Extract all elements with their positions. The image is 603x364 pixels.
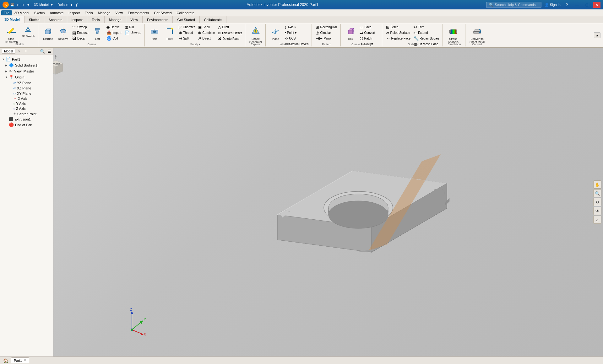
- stress-analysis-btn[interactable]: StressAnalysis: [445, 24, 461, 44]
- tab-home-btn[interactable]: 🏠: [1, 358, 10, 363]
- menu-item-annotate[interactable]: Annotate: [47, 10, 66, 15]
- stitch-btn[interactable]: ⊞ Stitch: [385, 24, 412, 30]
- fx-icon[interactable]: ƒ: [75, 2, 79, 8]
- maximize-btn[interactable]: □: [584, 2, 590, 8]
- start-2d-sketch-btn[interactable]: Start2D Sketch: [3, 24, 19, 44]
- part1-tab-close[interactable]: ✕: [24, 358, 26, 362]
- tab-environments[interactable]: Environments: [143, 16, 173, 23]
- help-btn[interactable]: ?: [564, 2, 570, 8]
- tab-collaborate[interactable]: Collaborate: [200, 16, 226, 23]
- tree-xz-plane[interactable]: ▶ ▱ XZ Plane: [1, 85, 52, 91]
- tree-y-axis[interactable]: ▶ ↕ Y Axis: [1, 101, 52, 106]
- tree-solid-bodies[interactable]: ▶ 🔷 Solid Bodies(1): [1, 62, 52, 68]
- draft-btn[interactable]: △ Draft: [217, 24, 243, 30]
- sign-in-btn[interactable]: 👤 Sign In: [545, 3, 561, 7]
- derive-btn[interactable]: ◈ Derive: [105, 24, 122, 30]
- orbit-btn[interactable]: ↻: [593, 198, 601, 206]
- coil-btn[interactable]: 🌀 Coil: [105, 36, 122, 41]
- shell-btn[interactable]: ▣ Shell: [197, 24, 216, 30]
- sweep-btn[interactable]: 〰 Sweep: [71, 24, 90, 30]
- generic-dropdown[interactable]: ▼: [49, 3, 54, 7]
- menu-item-manage[interactable]: Manage: [95, 10, 113, 15]
- box-freeform-btn[interactable]: Box: [343, 24, 358, 40]
- tree-origin[interactable]: ▼ 📍 Origin: [1, 74, 52, 80]
- menu-item-getstarted[interactable]: Get Started: [151, 10, 174, 15]
- menu-item-environments[interactable]: Environments: [125, 10, 151, 15]
- part1-tab[interactable]: Part1 ✕: [11, 357, 29, 363]
- tree-yz-plane[interactable]: ▶ ▱ YZ Plane: [1, 80, 52, 85]
- quick-access-save[interactable]: 💾: [9, 3, 15, 7]
- look-at-btn[interactable]: 👁: [593, 207, 601, 215]
- face-btn[interactable]: ▭ Face: [358, 24, 376, 30]
- loft-btn[interactable]: Loft: [90, 24, 105, 40]
- start-3d-sketch-btn[interactable]: 3D Sketch: [20, 24, 36, 39]
- tree-z-axis[interactable]: ▶ ↕ Z Axis: [1, 106, 52, 111]
- tab-view[interactable]: View: [126, 16, 143, 23]
- replace-face-btn[interactable]: ↔ Replace Face: [385, 36, 412, 41]
- menu-item-collaborate[interactable]: Collaborate: [174, 10, 197, 15]
- menu-item-3dmodel[interactable]: 3D Model: [12, 10, 32, 15]
- tree-xy-plane[interactable]: ▶ ▱ XY Plane: [1, 91, 52, 96]
- tree-x-axis[interactable]: ▶ ↔ X Axis: [1, 96, 52, 101]
- delete-face-btn[interactable]: ✖ Delete Face: [217, 36, 243, 41]
- zoom-btn[interactable]: 🔍: [593, 189, 601, 197]
- default-dropdown[interactable]: ▼: [69, 3, 74, 7]
- browser-add[interactable]: +: [24, 49, 28, 54]
- rectangular-btn[interactable]: ⊞ Rectangular: [314, 24, 338, 30]
- fillet-btn[interactable]: Fillet: [162, 24, 177, 40]
- convert-sheet-metal-btn[interactable]: Convert toSheet Metal: [468, 24, 486, 44]
- tree-part1[interactable]: ▼ 📄 Part1: [1, 56, 52, 62]
- quick-access-undo[interactable]: ↩: [16, 3, 20, 7]
- shape-generator-btn[interactable]: ShapeGenerator: [248, 24, 264, 44]
- tab-manage[interactable]: Manage: [105, 16, 126, 23]
- tab-sketch[interactable]: Sketch: [24, 16, 44, 23]
- convert-freeform-btn[interactable]: ⇄ Convert: [358, 30, 376, 35]
- tab-annotate[interactable]: Annotate: [44, 16, 67, 23]
- direct-btn[interactable]: ↗ Direct: [197, 36, 216, 41]
- tab-inspect[interactable]: Inspect: [67, 16, 87, 23]
- circular-btn[interactable]: ◎ Circular: [314, 30, 338, 35]
- combine-btn[interactable]: ⊕ Combine: [197, 30, 216, 35]
- close-btn[interactable]: ✕: [593, 2, 600, 8]
- tree-end-of-part[interactable]: ▶ 🔴 End of Part: [1, 122, 52, 128]
- ucs-btn[interactable]: ⊹ UCS: [283, 36, 310, 41]
- menu-item-inspect[interactable]: Inspect: [66, 10, 82, 15]
- tab-getstarted[interactable]: Get Started: [173, 16, 199, 23]
- quick-access-more[interactable]: ▼: [26, 3, 31, 7]
- trim-btn[interactable]: ✂ Trim: [412, 24, 441, 30]
- browser-menu[interactable]: ☰: [47, 49, 51, 54]
- viewport[interactable]: Z Y X: [53, 48, 603, 356]
- rib-btn[interactable]: ▦ Rib: [123, 24, 143, 30]
- tree-view-master[interactable]: ▶ 👁 View: Master: [1, 68, 52, 74]
- emboss-btn[interactable]: ▤ Emboss: [71, 30, 90, 35]
- home-view-btn[interactable]: ⌂: [593, 216, 601, 224]
- split-btn[interactable]: ⊣ Split: [177, 36, 196, 41]
- search-box[interactable]: 🔍 Search Help & Commands...: [486, 2, 541, 8]
- tree-center-point[interactable]: ▶ ✦ Center Point: [1, 111, 52, 116]
- revolve-btn[interactable]: Revolve: [56, 24, 70, 40]
- quick-access-redo[interactable]: ↪: [21, 3, 25, 7]
- view-cube[interactable]: FRONT: [53, 54, 68, 78]
- minimize-btn[interactable]: —: [573, 2, 581, 8]
- tab-3dmodel[interactable]: 3D Model: [0, 16, 24, 23]
- patch-btn[interactable]: ⬡ Patch: [358, 36, 376, 41]
- plane-btn[interactable]: Plane: [268, 24, 283, 40]
- chamfer-btn[interactable]: ◸ Chamfer: [177, 24, 196, 30]
- thread-btn[interactable]: ⊕ Thread: [177, 30, 196, 35]
- ruled-surface-btn[interactable]: ▱ Ruled Surface: [385, 30, 412, 35]
- repair-bodies-btn[interactable]: 🔧 Repair Bodies: [412, 36, 441, 41]
- model-tab[interactable]: Model: [2, 49, 15, 54]
- axis-btn[interactable]: ↕ Axis ▾: [283, 24, 310, 30]
- mirror-btn[interactable]: ⊣⊢ Mirror: [314, 36, 338, 41]
- browser-search[interactable]: 🔍: [40, 49, 45, 54]
- browser-close[interactable]: ✕: [17, 49, 22, 53]
- tab-tools[interactable]: Tools: [87, 16, 105, 23]
- extend-btn[interactable]: ⇤ Extend: [412, 30, 441, 35]
- menu-item-file[interactable]: File: [1, 10, 12, 15]
- pan-btn[interactable]: ✋: [593, 180, 601, 189]
- point-btn[interactable]: • Point ▾: [283, 30, 310, 35]
- extrude-btn[interactable]: Extrude: [41, 24, 55, 40]
- tree-extrusion1[interactable]: ▶ ⬛ Extrusion1: [1, 116, 52, 122]
- thicken-btn[interactable]: ⧈ Thicken/Offset: [217, 30, 243, 36]
- menu-item-view[interactable]: View: [113, 10, 125, 15]
